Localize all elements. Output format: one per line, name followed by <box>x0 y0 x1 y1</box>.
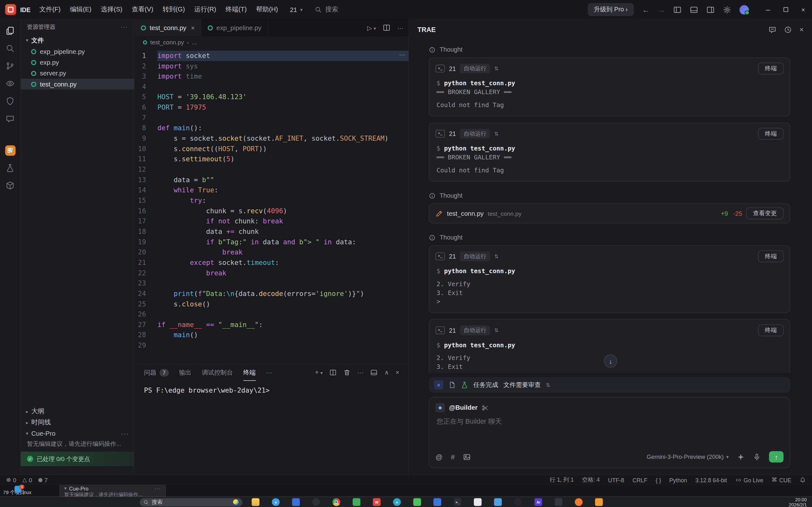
notepad-icon[interactable] <box>474 498 481 506</box>
file-item[interactable]: test_conn.py <box>20 78 134 89</box>
files-section-header[interactable]: ▾ 文件 <box>20 35 134 46</box>
eol-setting[interactable]: CRLF <box>632 476 647 483</box>
auto-run-badge[interactable]: 自动运行 <box>460 64 490 73</box>
wps-icon[interactable]: W <box>373 498 380 506</box>
open-terminal-button[interactable]: 终端 <box>758 63 783 75</box>
code-line[interactable]: 6PORT = 17975 <box>135 102 409 113</box>
auto-run-badge[interactable]: 自动运行 <box>460 129 490 139</box>
history-icon[interactable] <box>784 26 792 33</box>
code-line[interactable]: 19 if b"Tag:" in data and b"> " in data: <box>135 237 409 247</box>
project-dropdown[interactable]: 21 ▾ <box>290 6 303 13</box>
encoding-setting[interactable]: UTF-8 <box>608 476 624 483</box>
explorer-more-icon[interactable]: ··· <box>120 24 128 30</box>
test-flask-icon[interactable] <box>1 160 19 175</box>
breadcrumb-more[interactable]: ... <box>192 39 197 45</box>
file-item[interactable]: exp_pipeline.py <box>20 46 134 57</box>
open-terminal-button[interactable]: 终端 <box>758 325 783 337</box>
menu-item[interactable]: 运行(R) <box>190 0 221 19</box>
obs-icon[interactable] <box>312 498 320 506</box>
indent-setting[interactable]: 空格: 4 <box>582 476 600 484</box>
code-line[interactable]: 18 data += chunk <box>135 227 409 237</box>
warnings-status[interactable]: △0 <box>22 476 32 483</box>
menu-item[interactable]: 帮助(H) <box>251 0 283 19</box>
builder-tools-icon[interactable] <box>482 404 489 411</box>
code-line[interactable]: 22 break <box>135 268 409 279</box>
breadcrumb[interactable]: test_conn.py › ... <box>135 36 409 48</box>
send-button[interactable]: ↑ <box>769 451 783 463</box>
code-line[interactable]: 13 data = b"" <box>135 175 409 185</box>
run-file-icon[interactable]: ▷ ▾ <box>367 24 376 32</box>
preview-eye-icon[interactable] <box>1 76 19 91</box>
firefox-icon[interactable] <box>575 498 582 506</box>
explorer-icon[interactable] <box>1 23 19 38</box>
cuepro-more-icon[interactable]: ··· <box>121 430 129 437</box>
tab-problems[interactable]: 问题 7 <box>144 368 169 377</box>
terminal-output[interactable]: PS F:\edge browser\web-2day\21> <box>135 381 409 475</box>
trae-ide-icon[interactable] <box>353 498 360 506</box>
code-line[interactable]: 1import socket <box>135 51 409 61</box>
close-trae-icon[interactable]: × <box>800 25 804 34</box>
auto-run-badge[interactable]: 自动运行 <box>460 251 490 261</box>
tab-terminal[interactable]: 终端 <box>243 364 256 381</box>
menu-item[interactable]: 查看(V) <box>127 0 158 19</box>
mention-icon[interactable]: @ <box>436 453 443 460</box>
cue-status[interactable]: ⌘CUE <box>771 476 791 483</box>
code-editor[interactable]: 1import socket2import sys3import time45H… <box>135 48 409 364</box>
code-line[interactable]: 16 chunk = s.recv(4096) <box>135 206 409 216</box>
close-panel-icon[interactable]: × <box>396 369 399 376</box>
chrome-icon[interactable] <box>333 498 340 506</box>
split-terminal-icon[interactable] <box>329 369 337 376</box>
toggle-left-panel-icon[interactable] <box>673 5 681 14</box>
code-line[interactable]: 14 while True: <box>135 185 409 195</box>
mode-select-icon[interactable]: ⇅ <box>494 327 499 333</box>
toggle-right-panel-icon[interactable] <box>706 5 715 14</box>
mode-select-icon[interactable]: ⇅ <box>494 131 499 136</box>
code-line[interactable]: 27if __name__ == "__main__": <box>135 320 409 330</box>
tab-output[interactable]: 输出 <box>179 368 191 377</box>
chat-icon[interactable] <box>1 111 19 126</box>
mic-icon[interactable] <box>753 453 761 460</box>
file-change-card[interactable]: test_conn.py test_conn.py +9 -25 查看变更 <box>429 204 791 224</box>
panel-more-icon[interactable]: ··· <box>357 369 364 376</box>
code-line[interactable]: 20 break <box>135 247 409 258</box>
code-line[interactable]: 12 <box>135 164 409 175</box>
search-sidebar-icon[interactable] <box>1 41 19 56</box>
taskbar-search[interactable]: 搜索 <box>140 498 242 506</box>
edge-beta-icon[interactable]: e <box>393 498 401 506</box>
close-tab-icon[interactable]: × <box>191 24 194 32</box>
upgrade-pro-button[interactable]: 升级到 Pro › <box>588 3 634 16</box>
scroll-to-bottom-button[interactable]: ↓ <box>604 354 617 368</box>
code-line[interactable]: 21 except socket.timeout: <box>135 258 409 268</box>
language-mode[interactable]: Python <box>669 476 687 483</box>
close-window-button[interactable]: × <box>794 0 812 19</box>
cuepro-processed-bar[interactable]: ✓ 已处理 0/0 个变更点 <box>20 452 134 466</box>
context-hash-icon[interactable]: # <box>451 453 455 460</box>
file-item[interactable]: server.py <box>20 68 134 78</box>
thought-row[interactable]: Thought <box>429 42 791 57</box>
back-icon[interactable]: ← <box>642 5 649 14</box>
code-line[interactable]: 26 <box>135 309 409 320</box>
feedback-icon[interactable] <box>768 26 776 33</box>
menu-item[interactable]: 转到(G) <box>158 0 190 19</box>
marketplace-icon[interactable] <box>1 143 19 158</box>
view-changes-button[interactable]: 查看变更 <box>746 208 784 220</box>
user-avatar[interactable] <box>740 5 749 14</box>
timeline-section[interactable]: ▸ 时间线 <box>20 417 134 428</box>
maximize-panel-icon[interactable]: ∧ <box>385 369 389 376</box>
tab-exp-pipeline[interactable]: exp_pipeline.py <box>201 19 268 36</box>
cuepro-section[interactable]: ▾ Cue-Pro ··· <box>20 428 134 439</box>
breadcrumb-file[interactable]: test_conn.py <box>150 39 184 45</box>
taskbar-clock[interactable]: 20:00 2026/2/1 <box>789 497 807 507</box>
app-blue-icon[interactable] <box>292 498 300 506</box>
attach-image-icon[interactable] <box>463 453 471 460</box>
code-line[interactable]: 5HOST = '39.106.48.123' <box>135 92 409 103</box>
errors-status[interactable]: ⊗0 <box>6 476 16 483</box>
python-interpreter[interactable]: 3.12.8 64-bit <box>695 476 727 483</box>
open-terminal-button[interactable]: 终端 <box>758 250 783 262</box>
cursor-position[interactable]: 行 1, 列 1 <box>550 476 574 484</box>
wechat-icon[interactable] <box>413 498 421 506</box>
maximize-button[interactable] <box>777 0 795 19</box>
panel-layout-icon[interactable] <box>370 369 378 376</box>
photos-icon[interactable] <box>434 498 441 506</box>
source-control-icon[interactable] <box>1 58 19 73</box>
